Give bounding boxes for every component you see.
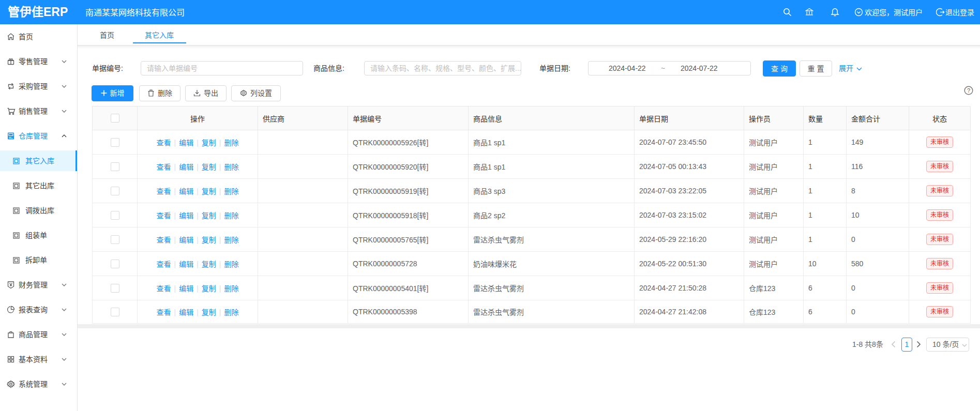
svg-text:?: ? bbox=[967, 87, 970, 94]
